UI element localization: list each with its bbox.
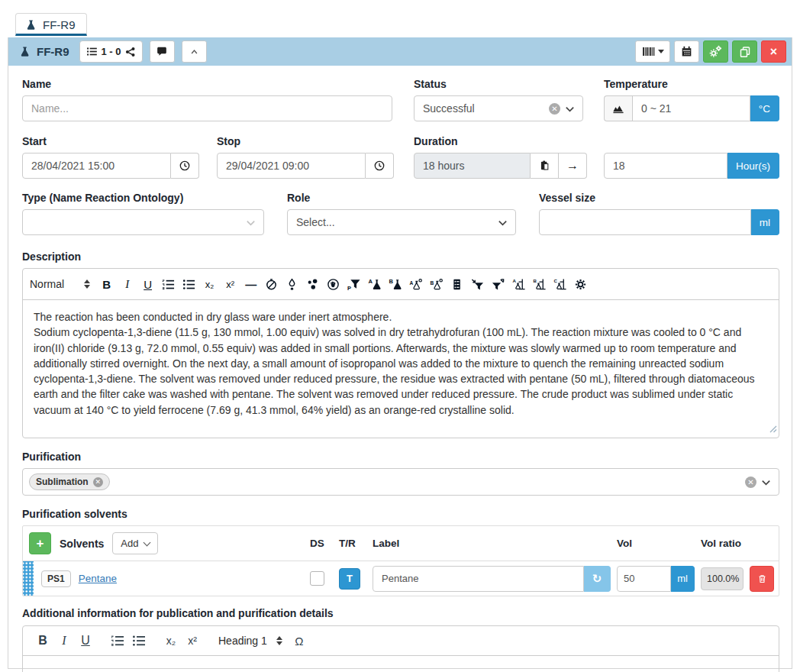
stand-b-button[interactable]: B [529,275,550,293]
analyses-counter-button[interactable]: 1 - 0 [79,40,143,63]
purification-select[interactable]: Sublimation ✕ ✕ [22,468,779,496]
calendar-button[interactable] [674,40,699,63]
subscript-button[interactable]: x₂ [160,632,182,650]
vessel-label: Vessel size [539,192,779,204]
bullet-list-button[interactable] [128,632,150,650]
drop-button[interactable] [282,275,302,293]
stand-a-icon: A [512,278,526,291]
bold-button[interactable]: B [96,275,117,293]
duration-display [414,153,531,179]
heading-value: Heading 1 [218,635,267,647]
add-dropdown-button[interactable]: Add [112,532,157,554]
reagent-a-button[interactable]: A [405,275,426,293]
type-select[interactable] [22,209,264,235]
stop-input[interactable] [217,153,366,179]
underline-button[interactable]: U [75,632,96,650]
underline-button[interactable]: U [137,275,158,293]
superscript-button[interactable]: x² [220,275,240,293]
name-input[interactable] [22,95,392,121]
subscript-button[interactable]: x₂ [199,275,220,293]
duration-value-input[interactable] [604,153,727,179]
solvents-table: + Solvents Add DS T/R Label Vol Vol rati… [22,525,779,596]
horizontal-rule-button[interactable]: — [240,275,261,293]
calendar-icon [681,46,692,57]
description-content[interactable]: The reaction has been conducted in dry g… [23,300,779,438]
omega-button[interactable]: Ω [289,632,310,650]
bullet-list-button[interactable] [179,275,199,293]
funnel-p-icon: P [347,278,361,291]
barcode-dropdown-button[interactable] [635,40,670,63]
italic-button[interactable]: I [53,632,75,650]
purification-label: Purification [22,451,779,463]
temperature-input[interactable] [632,95,750,121]
hand-stop-icon [327,278,340,291]
flask-a-icon: A [368,278,382,291]
vessel-input[interactable] [539,209,751,235]
svg-text:B: B [389,278,393,285]
funnel-in-button[interactable] [467,275,488,293]
ordered-list-button[interactable] [107,632,128,650]
funnel-out-button[interactable] [488,275,508,293]
vol-input[interactable] [617,566,671,592]
temperature-unit-button[interactable]: °C [750,95,779,121]
stand-a-button[interactable]: A [508,275,529,293]
flask-a-button[interactable]: A [364,275,385,293]
duration-apply-button[interactable]: → [559,153,587,179]
flask-icon [19,46,31,58]
tag-remove-icon[interactable]: ✕ [93,477,103,487]
editor-settings-button[interactable] [570,275,591,293]
svg-text:A: A [409,279,413,285]
notebook-button[interactable] [447,275,467,293]
additional-content[interactable] [23,656,779,672]
description-line-1: The reaction has been conducted in dry g… [34,309,768,325]
clear-icon[interactable]: ✕ [549,103,560,115]
start-clock-button[interactable] [171,153,199,179]
bold-button[interactable]: B [32,632,53,650]
reagent-b-button[interactable]: B [426,275,447,293]
superscript-button[interactable]: x² [182,632,203,650]
stop-clock-button[interactable] [366,153,394,179]
vol-unit-button[interactable]: ml [671,566,695,592]
flask-b-button[interactable]: B [385,275,405,293]
duplicate-button[interactable] [732,40,757,63]
solvent-label-input[interactable] [373,566,584,592]
heading-select[interactable]: Heading 1 [218,635,282,647]
status-value: Successful [423,102,475,115]
ordered-list-button[interactable] [158,275,179,293]
comments-button[interactable] [150,40,175,63]
vessel-unit-button[interactable]: ml [751,209,779,235]
hand-stop-button[interactable] [323,275,344,293]
chevron-down-icon [760,477,772,488]
role-label: Role [287,192,516,204]
col-vol: Vol [617,538,695,549]
tr-toggle-button[interactable]: T [339,568,360,590]
area-chart-icon [612,103,624,114]
delete-solvent-button[interactable] [750,566,774,592]
start-input[interactable] [22,153,171,179]
duration-copy-button[interactable] [531,153,559,179]
drag-handle[interactable] [23,561,34,596]
collapse-button[interactable] [182,40,207,63]
clear-icon[interactable]: ✕ [745,477,756,488]
settings-gears-button[interactable] [703,40,728,63]
bullet-list-icon [182,278,195,291]
svg-text:A: A [512,278,516,283]
add-solvent-button[interactable]: + [29,532,51,554]
molecule-button[interactable] [302,275,323,293]
description-editor: Normal B I U x₂ x² [22,268,779,438]
timer-button[interactable] [261,275,282,293]
resize-handle[interactable] [768,422,777,436]
duration-unit-button[interactable]: Hour(s) [727,153,779,179]
format-select[interactable]: Normal [30,278,90,290]
refresh-button[interactable]: ↻ [584,566,611,592]
tab-reaction[interactable]: FF-R9 [15,13,87,36]
solvent-link[interactable]: Pentane [79,573,117,584]
close-button[interactable]: × [761,40,786,63]
status-select[interactable]: Successful ✕ [414,95,583,121]
role-select[interactable]: Select... [287,209,516,235]
italic-button[interactable]: I [117,275,137,293]
temperature-chart-button[interactable] [604,95,632,121]
funnel-p-button[interactable]: P [344,275,364,293]
ds-checkbox[interactable] [310,571,324,586]
stand-c-button[interactable]: C [550,275,570,293]
